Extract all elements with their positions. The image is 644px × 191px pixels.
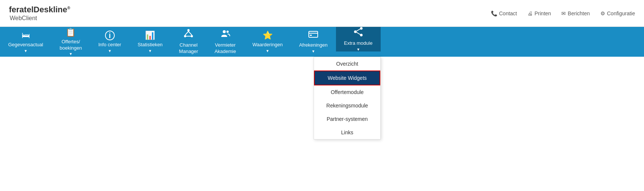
top-bar: feratelDeskline® WebClient 📞 Contact 🖨 P… [0, 0, 644, 27]
nav-gegevensactual[interactable]: 🛏 Gegevensactual ▼ [0, 27, 51, 57]
logo-prefix: feratel [9, 5, 34, 14]
svg-point-7 [226, 31, 229, 33]
configuratie-button[interactable]: ⚙ Configuratie [600, 10, 635, 16]
configuratie-icon: ⚙ [600, 10, 605, 16]
svg-line-14 [356, 29, 360, 31]
chevron-down-icon: ▼ [24, 49, 28, 53]
svg-line-3 [185, 31, 188, 35]
chevron-down-icon-5: ▼ [266, 49, 269, 53]
svg-rect-8 [309, 31, 318, 37]
printen-label: Printen [534, 10, 551, 16]
nav-bar: 🛏 Gegevensactual ▼ 📋 Offertes/boekingen … [0, 27, 644, 57]
nav-offertes[interactable]: 📋 Offertes/boekingen ▼ [51, 27, 90, 57]
chevron-down-icon-4: ▼ [148, 49, 152, 53]
bed-icon: 🛏 [22, 31, 30, 40]
dropdown-offertemodule[interactable]: Offertemodule [314, 85, 380, 99]
vermieter-icon [221, 29, 230, 41]
svg-point-11 [360, 27, 362, 30]
nav-info-center[interactable]: i Info center ▼ [90, 27, 129, 57]
contact-label: Contact [499, 10, 517, 16]
nav-vermieter-akademie[interactable]: VermieterAkademie [206, 27, 244, 57]
nav-afrekeningen-label: Afrekeningen [299, 42, 328, 48]
nav-gegevensactual-label: Gegevensactual [8, 42, 43, 48]
nav-channel-manager[interactable]: ChannelManager [171, 27, 206, 57]
info-icon: i [105, 31, 115, 40]
statistieken-icon: 📊 [145, 31, 155, 40]
star-icon: ⭐ [263, 31, 273, 40]
logo-line1: feratelDeskline® [9, 5, 70, 15]
nav-waarderingen[interactable]: ⭐ Waarderingen ▼ [244, 27, 291, 57]
dropdown-rekeningsmodule[interactable]: Rekeningsmodule [314, 99, 380, 112]
nav-channel-manager-label: ChannelManager [179, 42, 198, 55]
berichten-icon: ✉ [561, 10, 566, 16]
svg-point-6 [223, 30, 226, 33]
nav-extra-module-label: Extra module [344, 40, 373, 47]
svg-rect-10 [310, 35, 312, 36]
printen-button[interactable]: 🖨 Printen [527, 10, 551, 16]
nav-info-center-label: Info center [98, 42, 121, 48]
svg-point-12 [354, 31, 356, 33]
nav-vermieter-label: VermieterAkademie [215, 42, 236, 55]
nav-statistieken-label: Statistieken [137, 42, 162, 48]
contact-icon: 📞 [491, 10, 497, 16]
svg-line-15 [356, 32, 360, 35]
dropdown-website-widgets[interactable]: Website Widgets [314, 71, 380, 85]
nav-waarderingen-label: Waarderingen [253, 42, 283, 48]
dropdown-overzicht[interactable]: Overzicht [314, 57, 380, 71]
berichten-button[interactable]: ✉ Berichten [561, 10, 590, 16]
printen-icon: 🖨 [527, 10, 533, 16]
nav-afrekeningen[interactable]: Afrekeningen ▼ [291, 27, 336, 57]
afrekeningen-icon [308, 30, 318, 41]
logo-brand: Deskline [34, 5, 67, 14]
chevron-down-icon-7: ▼ [356, 47, 360, 51]
nav-extra-module-wrapper: Extra module ▼ Overzicht Website Widgets… [336, 27, 381, 57]
svg-point-0 [187, 29, 190, 31]
dropdown-links[interactable]: Links [314, 126, 380, 139]
offertes-icon: 📋 [66, 28, 76, 37]
channel-manager-icon [184, 29, 193, 41]
share-icon [353, 27, 364, 39]
extra-module-dropdown: Overzicht Website Widgets Offertemodule … [314, 57, 381, 140]
dropdown-partner-systemen[interactable]: Partner-systemen [314, 112, 380, 126]
svg-line-4 [188, 31, 192, 35]
nav-extra-module[interactable]: Extra module ▼ [336, 27, 381, 51]
chevron-down-icon-2: ▼ [69, 52, 73, 56]
logo-subtitle: WebClient [10, 15, 70, 22]
nav-offertes-label: Offertes/boekingen [60, 39, 82, 51]
top-actions: 📞 Contact 🖨 Printen ✉ Berichten ⚙ Config… [491, 10, 635, 16]
configuratie-label: Configuratie [607, 10, 635, 16]
logo-reg: ® [67, 5, 70, 10]
svg-point-13 [360, 34, 362, 37]
contact-button[interactable]: 📞 Contact [491, 10, 517, 16]
berichten-label: Berichten [568, 10, 590, 16]
nav-statistieken[interactable]: 📊 Statistieken ▼ [129, 27, 171, 57]
chevron-down-icon-3: ▼ [108, 49, 112, 53]
logo: feratelDeskline® WebClient [9, 5, 70, 22]
chevron-down-icon-6: ▼ [311, 49, 315, 53]
